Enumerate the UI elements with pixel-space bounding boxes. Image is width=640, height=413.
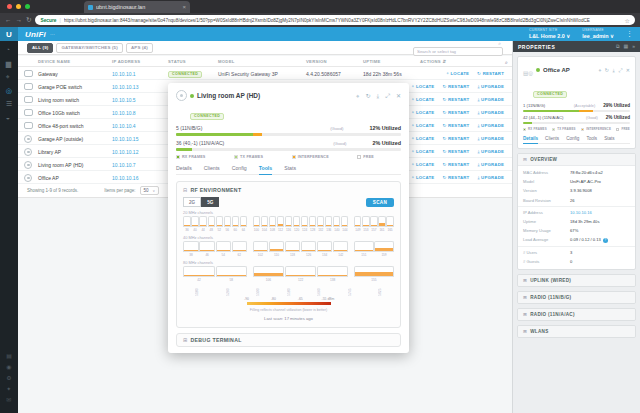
username-value[interactable]: lee_admin ∨ xyxy=(582,33,614,39)
tab-stats[interactable]: Stats xyxy=(604,134,614,143)
expand-icon[interactable]: ⊞ xyxy=(523,329,527,334)
alerts-icon[interactable]: ◉ xyxy=(6,364,12,370)
tab-config[interactable]: Config xyxy=(232,163,247,174)
close-icon[interactable]: ✕ xyxy=(396,93,401,99)
settings-icon[interactable]: ⚙ xyxy=(6,375,12,381)
collapse-icon[interactable]: ⊟ xyxy=(523,157,527,162)
statistics-icon[interactable]: ▆ xyxy=(6,60,12,67)
tab-stats[interactable]: Stats xyxy=(284,163,296,174)
tab-details[interactable]: Details xyxy=(523,134,538,144)
column-header[interactable]: UPTIME xyxy=(363,59,381,64)
collapsed-section[interactable]: ⊞RADIO (11N/B/G) xyxy=(517,291,636,304)
upgrade-action[interactable]: ⤓UPGRADE xyxy=(477,84,504,89)
restart-action[interactable]: ↻RESTART xyxy=(477,71,504,76)
info-icon[interactable]: ? xyxy=(603,238,608,243)
locate-action[interactable]: ⌖LOCATE xyxy=(412,97,435,102)
tab-tools[interactable]: Tools xyxy=(259,163,272,175)
locate-action[interactable]: ⌖LOCATE xyxy=(412,149,435,154)
device-ip-link[interactable]: 10.10.10.13 xyxy=(112,84,138,90)
close-icon[interactable]: ✕ xyxy=(626,68,630,73)
events-icon[interactable]: ▤ xyxy=(6,353,12,359)
user-menu[interactable]: USERNAME lee_admin ∨ xyxy=(582,29,614,39)
locate-action[interactable]: ⌖LOCATE xyxy=(412,162,435,167)
dashboard-icon[interactable]: ◔ xyxy=(6,46,12,53)
popout-icon[interactable]: ⤢ xyxy=(385,93,390,99)
upgrade-action[interactable]: ⤓UPGRADE xyxy=(477,175,504,180)
debug-terminal-section[interactable]: ⊞ DEBUG TERMINAL xyxy=(176,333,401,347)
overview-value[interactable]: 10.10.10.16 xyxy=(570,210,630,215)
band-toggle-2g[interactable]: 2G xyxy=(183,197,201,207)
expand-icon[interactable]: ⊞ xyxy=(523,312,527,317)
device-ip-link[interactable]: 10.10.10.12 xyxy=(112,149,138,155)
clients-icon[interactable]: ☰ xyxy=(6,100,12,107)
collapsed-section[interactable]: ⊞RADIO (11N/A/AC) xyxy=(517,308,636,321)
restart-icon[interactable]: ↻ xyxy=(605,68,609,73)
upgrade-action[interactable]: ⤓UPGRADE xyxy=(477,123,504,128)
device-ip-link[interactable]: 10.10.10.1 xyxy=(112,71,136,77)
bookmark-star-icon[interactable]: ☆ xyxy=(625,17,630,24)
column-header[interactable]: IP ADDRESS xyxy=(112,59,140,64)
locate-action[interactable]: ⌖LOCATE xyxy=(412,110,435,115)
expand-icon[interactable]: ⊞ xyxy=(183,337,188,343)
per-page-select[interactable]: 50 ∨ xyxy=(140,186,160,195)
upgrade-icon[interactable]: ⤓ xyxy=(613,68,615,73)
device-ip-link[interactable]: 10.10.10.5 xyxy=(112,97,136,103)
locate-action[interactable]: ⌖LOCATE xyxy=(412,175,435,180)
kebab-menu-icon[interactable]: ⋮ xyxy=(626,30,633,38)
column-header[interactable]: MODEL xyxy=(218,59,235,64)
ap-device-icon[interactable]: ◎ xyxy=(528,70,533,76)
locate-action[interactable]: ⌖LOCATE xyxy=(446,71,469,76)
tab-config[interactable]: Config xyxy=(566,134,579,143)
overview-header[interactable]: ⊟ OVERVIEW xyxy=(518,154,635,166)
current-site-selector[interactable]: CURRENT SITE L&L Home 2.0 ∨ xyxy=(529,29,570,39)
expand-icon[interactable]: ⊞ xyxy=(523,295,527,300)
device-ip-link[interactable]: 10.10.10.4 xyxy=(112,123,136,129)
browser-tab[interactable]: ubnt.bigdinosaur.lan × xyxy=(84,1,190,13)
device-ip-link[interactable]: 10.10.10.8 xyxy=(112,110,136,116)
device-ip-link[interactable]: 10.10.10.15 xyxy=(112,136,138,142)
devices-icon[interactable]: ◎ xyxy=(6,87,12,94)
popout-icon[interactable]: ⧉ xyxy=(616,43,620,50)
forward-icon[interactable]: → xyxy=(16,17,23,24)
band-toggle-5g[interactable]: 5G xyxy=(201,197,219,207)
locate-icon[interactable]: ⌖ xyxy=(599,68,602,73)
restart-action[interactable]: ↻RESTART xyxy=(442,84,469,89)
device-ip-link[interactable]: 10.10.10.16 xyxy=(112,175,138,181)
tab-details[interactable]: Details xyxy=(176,163,192,174)
upgrade-action[interactable]: ⤓UPGRADE xyxy=(477,110,504,115)
collapse-panel-icon[interactable]: » xyxy=(632,43,635,50)
locate-action[interactable]: ⌖LOCATE xyxy=(412,123,435,128)
search-input[interactable] xyxy=(413,47,503,56)
collapsed-section[interactable]: ⊞WLANS xyxy=(517,325,636,338)
devices-filter-tab[interactable]: APS (4) xyxy=(126,43,153,53)
current-site-value[interactable]: L&L Home 2.0 ∨ xyxy=(529,33,570,39)
ubiquiti-logo[interactable]: U xyxy=(0,27,18,41)
restart-action[interactable]: ↻RESTART xyxy=(442,97,469,102)
rf-environment-header[interactable]: ⊟ RF ENVIRONMENT xyxy=(183,187,394,193)
window-minimize-button[interactable] xyxy=(16,4,21,9)
upgrade-action[interactable]: ⤓UPGRADE xyxy=(477,136,504,141)
tab-clients[interactable]: Clients xyxy=(204,163,220,174)
device-ip-link[interactable]: 10.10.10.7 xyxy=(112,162,136,168)
collapsed-section[interactable]: ⊞UPLINK (WIRED) xyxy=(517,274,636,287)
address-bar[interactable]: Secure | https://ubnt.bigdinosaur.lan:84… xyxy=(35,15,635,25)
upgrade-action[interactable]: ⤓UPGRADE xyxy=(477,97,504,102)
back-icon[interactable]: ← xyxy=(5,17,12,24)
column-header[interactable]: ACTIONS ⇵ xyxy=(420,59,446,64)
locate-action[interactable]: ⌖LOCATE xyxy=(412,84,435,89)
devices-filter-tab[interactable]: ALL (9) xyxy=(27,43,53,53)
restart-action[interactable]: ↻RESTART xyxy=(442,149,469,154)
column-header[interactable]: DEVICE NAME xyxy=(38,59,70,64)
tab-clients[interactable]: Clients xyxy=(545,134,559,143)
table-search-icon[interactable]: ⌕ xyxy=(505,59,508,66)
window-close-button[interactable] xyxy=(7,4,12,9)
devices-filter-tab[interactable]: GATEWAY/SWITCHES (5) xyxy=(56,43,122,53)
column-header[interactable]: VERSION xyxy=(306,59,327,64)
restart-icon[interactable]: ↻ xyxy=(365,93,370,99)
upgrade-action[interactable]: ⤓UPGRADE xyxy=(477,149,504,154)
locate-icon[interactable]: ⌖ xyxy=(356,93,359,99)
scan-button[interactable]: SCAN xyxy=(366,198,394,207)
upgrade-action[interactable]: ⤓UPGRADE xyxy=(477,162,504,167)
popout-icon[interactable]: ⤢ xyxy=(618,68,622,73)
map-icon[interactable]: ⌖ xyxy=(6,73,12,80)
